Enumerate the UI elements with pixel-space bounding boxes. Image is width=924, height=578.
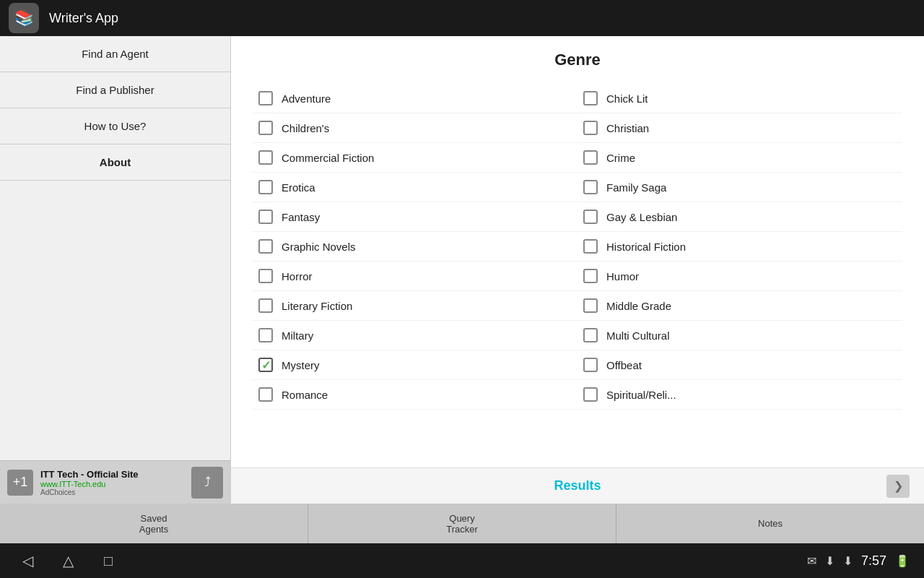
top-bar: 📚 Writer's App: [0, 0, 924, 36]
genre-checkbox-family-saga[interactable]: [583, 180, 598, 194]
system-time: 7:57: [861, 553, 886, 569]
genre-label-military: Miltary: [282, 329, 313, 342]
genre-label-mystery: Mystery: [282, 359, 320, 371]
ad-banner: +1 ITT Tech - Official Site www.ITT-Tech…: [0, 460, 230, 504]
sidebar: Find an Agent Find a Publisher How to Us…: [0, 36, 231, 504]
notification-icon: ⬇: [843, 554, 853, 568]
genre-checkbox-horror[interactable]: [258, 269, 273, 283]
genre-item-fantasy[interactable]: Fantasy: [253, 202, 578, 232]
nav-saved-agents[interactable]: Saved Agents: [0, 504, 308, 543]
sidebar-spacer: [0, 181, 230, 460]
system-bar: ◁ △ □ ✉ ⬇ ⬇ 7:57 🔋: [0, 543, 924, 578]
back-button[interactable]: ◁: [14, 548, 40, 574]
genre-item-historical-fiction[interactable]: Historical Fiction: [578, 232, 902, 262]
genre-item-humor[interactable]: Humor: [578, 262, 902, 291]
genre-item-multi-cultural[interactable]: Multi Cultural: [578, 321, 902, 350]
genre-checkbox-historical-fiction[interactable]: [583, 239, 598, 254]
genre-item-graphic-novels[interactable]: Graphic Novels: [253, 232, 578, 262]
genre-checkbox-christian[interactable]: [583, 121, 598, 135]
nav-notes[interactable]: Notes: [616, 504, 924, 543]
genre-checkbox-gay-lesbian[interactable]: [583, 210, 598, 224]
sidebar-item-about[interactable]: About: [0, 144, 230, 181]
genre-label-romance: Romance: [282, 389, 328, 401]
genre-item-spiritual[interactable]: Spiritual/Reli...: [578, 380, 902, 410]
genre-checkbox-spiritual[interactable]: [583, 387, 598, 402]
email-icon: ✉: [807, 554, 816, 568]
genre-label-horror: Horror: [282, 270, 313, 282]
results-bar: Results ❯: [231, 467, 924, 504]
genre-area: Genre AdventureChick LitChildren'sChrist…: [231, 36, 924, 467]
sidebar-item-find-agent[interactable]: Find an Agent: [0, 36, 230, 72]
genre-item-crime[interactable]: Crime: [578, 143, 902, 173]
genre-checkbox-chick-lit[interactable]: [583, 91, 598, 105]
system-icons: ✉ ⬇ ⬇ 7:57 🔋: [807, 553, 910, 569]
genre-checkbox-childrens[interactable]: [258, 121, 273, 135]
genre-item-military[interactable]: Miltary: [253, 321, 578, 350]
content-panel: Genre AdventureChick LitChildren'sChrist…: [231, 36, 924, 504]
genre-item-mystery[interactable]: Mystery: [253, 350, 578, 380]
genre-item-family-saga[interactable]: Family Saga: [578, 173, 902, 202]
genre-item-commercial-fiction[interactable]: Commercial Fiction: [253, 143, 578, 173]
genre-label-offbeat: Offbeat: [606, 359, 642, 371]
genre-label-spiritual: Spiritual/Reli...: [606, 389, 676, 401]
genre-label-historical-fiction: Historical Fiction: [606, 241, 686, 253]
genre-item-adventure[interactable]: Adventure: [253, 84, 578, 113]
genre-checkbox-commercial-fiction[interactable]: [258, 150, 273, 165]
genre-label-family-saga: Family Saga: [606, 181, 666, 194]
app-title: Writer's App: [49, 11, 118, 26]
sidebar-item-how-to-use[interactable]: How to Use?: [0, 108, 230, 144]
download-icon: ⬇: [825, 554, 834, 568]
genre-item-middle-grade[interactable]: Middle Grade: [578, 291, 902, 321]
genre-label-childrens: Children's: [282, 122, 329, 134]
genre-label-christian: Christian: [606, 122, 649, 134]
battery-icon: 🔋: [895, 554, 910, 568]
genre-checkbox-mystery[interactable]: [258, 358, 273, 372]
genre-label-middle-grade: Middle Grade: [606, 300, 671, 312]
genre-checkbox-offbeat[interactable]: [583, 358, 598, 372]
genre-item-romance[interactable]: Romance: [253, 380, 578, 410]
genre-label-chick-lit: Chick Lit: [606, 92, 648, 105]
sidebar-item-find-publisher[interactable]: Find a Publisher: [0, 72, 230, 108]
genre-label-gay-lesbian: Gay & Lesbian: [606, 211, 677, 223]
nav-query-tracker[interactable]: Query Tracker: [308, 504, 616, 543]
genre-item-literary-fiction[interactable]: Literary Fiction: [253, 291, 578, 321]
genre-label-multi-cultural: Multi Cultural: [606, 329, 670, 342]
genre-checkbox-graphic-novels[interactable]: [258, 239, 273, 254]
genre-checkbox-adventure[interactable]: [258, 91, 273, 105]
genre-checkbox-fantasy[interactable]: [258, 210, 273, 224]
bottom-nav: Saved Agents Query Tracker Notes: [0, 504, 924, 543]
results-label[interactable]: Results: [269, 478, 886, 493]
genre-checkbox-romance[interactable]: [258, 387, 273, 402]
recent-apps-button[interactable]: □: [95, 548, 121, 574]
ad-share-button[interactable]: ⤴: [191, 467, 223, 499]
ad-logo: +1: [7, 470, 33, 496]
ad-text: ITT Tech - Official Site www.ITT-Tech.ed…: [40, 469, 184, 496]
genre-label-humor: Humor: [606, 270, 639, 282]
genre-label-erotica: Erotica: [282, 181, 315, 194]
genre-checkbox-crime[interactable]: [583, 150, 598, 165]
main-area: Find an Agent Find a Publisher How to Us…: [0, 36, 924, 504]
home-button[interactable]: △: [55, 548, 81, 574]
app-logo: 📚: [9, 3, 39, 33]
genre-checkbox-multi-cultural[interactable]: [583, 328, 598, 342]
genre-item-chick-lit[interactable]: Chick Lit: [578, 84, 902, 113]
genre-label-commercial-fiction: Commercial Fiction: [282, 152, 374, 164]
genre-label-crime: Crime: [606, 152, 635, 164]
genre-title: Genre: [253, 51, 902, 69]
genre-label-adventure: Adventure: [282, 92, 331, 105]
genre-item-christian[interactable]: Christian: [578, 113, 902, 143]
genre-checkbox-military[interactable]: [258, 328, 273, 342]
genre-grid: AdventureChick LitChildren'sChristianCom…: [253, 84, 902, 410]
genre-item-horror[interactable]: Horror: [253, 262, 578, 291]
genre-item-erotica[interactable]: Erotica: [253, 173, 578, 202]
genre-checkbox-erotica[interactable]: [258, 180, 273, 194]
genre-label-literary-fiction: Literary Fiction: [282, 300, 352, 312]
genre-item-offbeat[interactable]: Offbeat: [578, 350, 902, 380]
genre-item-gay-lesbian[interactable]: Gay & Lesbian: [578, 202, 902, 232]
genre-item-childrens[interactable]: Children's: [253, 113, 578, 143]
results-arrow-button[interactable]: ❯: [886, 475, 910, 498]
genre-label-fantasy: Fantasy: [282, 211, 320, 223]
genre-checkbox-middle-grade[interactable]: [583, 298, 598, 313]
genre-checkbox-literary-fiction[interactable]: [258, 298, 273, 313]
genre-checkbox-humor[interactable]: [583, 269, 598, 283]
